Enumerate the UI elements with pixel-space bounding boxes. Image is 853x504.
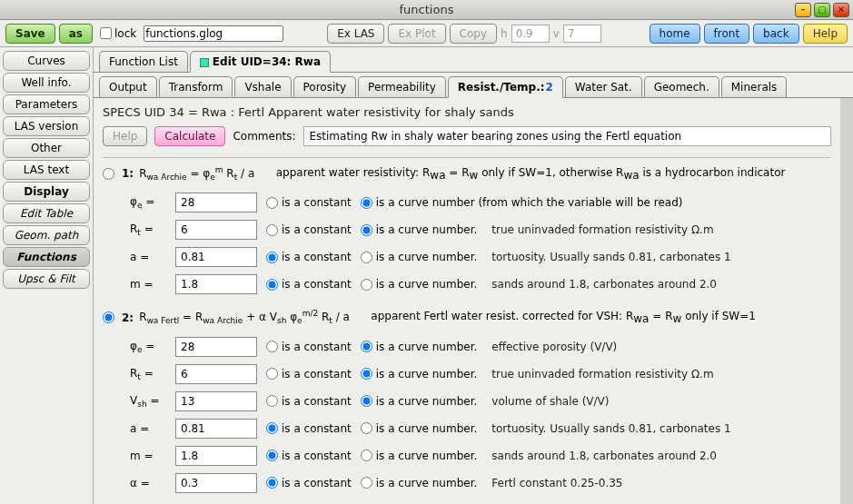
param1-a-curve[interactable]: is a curve number.	[361, 251, 478, 263]
param2-a-label: a =	[130, 422, 166, 435]
param1-phie-label: φe =	[130, 195, 166, 210]
titlebar: functions – ▢ ✕	[0, 0, 853, 20]
lock-checkbox[interactable]: lock	[100, 27, 136, 40]
param2-a-curve[interactable]: is a curve number.	[361, 422, 478, 435]
param2-m: m = is a constant is a curve number. san…	[130, 444, 831, 468]
param2-vsh-label: Vsh =	[130, 394, 166, 409]
param1-rt-input[interactable]	[175, 220, 257, 240]
comments-input[interactable]	[303, 126, 832, 146]
sidebar-item-lastext[interactable]: LAS text	[3, 160, 90, 180]
copy-button: Copy	[450, 24, 497, 44]
param1-rt-curve[interactable]: is a curve number.	[361, 223, 478, 236]
lock-checkbox-input[interactable]	[100, 27, 112, 39]
param1-phie-input[interactable]	[175, 193, 257, 212]
lock-label: lock	[114, 27, 136, 40]
param1-phie: φe = is a constant is a curve number (fr…	[130, 191, 831, 214]
h-spin[interactable]	[511, 25, 550, 43]
minimize-icon[interactable]: –	[795, 3, 811, 17]
param2-phie-desc: effective porosity (V/V)	[491, 341, 617, 353]
param2-rt: Rt = is a constant is a curve number. tr…	[130, 362, 831, 386]
tab-function-list[interactable]: Function List	[99, 51, 188, 72]
help-button[interactable]: Help	[803, 24, 848, 44]
tab-porosity[interactable]: Porosity	[293, 76, 357, 97]
sidebar-item-lasversion[interactable]: LAS version	[3, 116, 90, 136]
save-as-button[interactable]: as	[59, 24, 93, 44]
maximize-icon[interactable]: ▢	[814, 3, 830, 17]
sidebar-item-display[interactable]: Display	[3, 182, 90, 202]
tab-permeability[interactable]: Permeability	[358, 76, 446, 97]
param2-vsh-curve[interactable]: is a curve number.	[361, 395, 478, 408]
sidebar-item-upscfilt[interactable]: Upsc & Filt	[3, 269, 90, 289]
sidebar-item-wellinfo[interactable]: Well info.	[3, 73, 90, 93]
v-label: v	[553, 27, 560, 40]
param1-a-const[interactable]: is a constant	[266, 251, 352, 263]
param2-rt-input[interactable]	[175, 364, 257, 384]
toolbar: Save as lock Ex LAS Ex Plot Copy h v hom…	[0, 20, 853, 47]
param2-a-input[interactable]	[175, 419, 257, 439]
formula-1-radio[interactable]	[103, 168, 114, 180]
tab-transform[interactable]: Transform	[159, 76, 233, 97]
param2-alpha-curve[interactable]: is a curve number.	[361, 477, 478, 489]
calculate-button[interactable]: Calculate	[154, 126, 225, 146]
tab-vshale[interactable]: Vshale	[234, 76, 291, 97]
param1-a: a = is a constant is a curve number. tor…	[130, 245, 831, 269]
param2-alpha-input[interactable]	[175, 473, 257, 493]
formula-2-radio[interactable]	[103, 311, 114, 323]
param1-rt-label: Rt =	[130, 222, 166, 237]
param2-vsh-input[interactable]	[175, 391, 257, 411]
tab-minerals[interactable]: Minerals	[721, 76, 788, 97]
close-icon[interactable]: ✕	[833, 3, 849, 17]
param2-phie-curve[interactable]: is a curve number.	[361, 341, 478, 353]
sidebar-item-curves[interactable]: Curves	[3, 51, 90, 71]
tab-watersat[interactable]: Water Sat.	[565, 76, 642, 97]
formula-2-num: 2:	[122, 311, 134, 324]
sidebar-item-other[interactable]: Other	[3, 138, 90, 158]
filename-field[interactable]	[144, 25, 283, 42]
param1-m-label: m =	[130, 278, 166, 291]
param2-m-label: m =	[130, 450, 166, 462]
sidebar-item-functions[interactable]: Functions	[3, 247, 90, 267]
param1-phie-const[interactable]: is a constant	[266, 196, 352, 209]
param2-m-curve[interactable]: is a curve number.	[361, 450, 478, 462]
formula-1-desc: apparent water resistivity: Rwa = Rw onl…	[265, 166, 785, 182]
param1-rt-const[interactable]: is a constant	[266, 223, 352, 236]
sidebar-item-geompath[interactable]: Geom. path	[3, 225, 90, 245]
home-button[interactable]: home	[650, 24, 700, 44]
param1-m-input[interactable]	[175, 274, 257, 294]
param1-phie-curve[interactable]: is a curve number (from which the variab…	[361, 196, 683, 209]
param2-a-desc: tortuosity. Usually sands 0.81, carbonat…	[491, 422, 730, 435]
panel-help-button: Help	[103, 126, 147, 146]
param2-phie-const[interactable]: is a constant	[266, 341, 352, 353]
tabrow-sub: Output Transform Vshale Porosity Permeab…	[94, 73, 853, 98]
window-title: functions	[400, 3, 454, 16]
param2-a: a = is a constant is a curve number. tor…	[130, 417, 831, 440]
param2-m-input[interactable]	[175, 446, 257, 466]
param2-rt-const[interactable]: is a constant	[266, 368, 352, 380]
panel: SPECS UID 34 = Rwa : Fertl Apparent wate…	[94, 98, 853, 504]
param2-rt-curve[interactable]: is a curve number.	[361, 368, 478, 380]
tab-geomech[interactable]: Geomech.	[644, 76, 719, 97]
tab-output[interactable]: Output	[99, 76, 157, 97]
sidebar-item-edittable[interactable]: Edit Table	[3, 203, 90, 223]
param2-m-const[interactable]: is a constant	[266, 450, 352, 462]
param1-m-curve[interactable]: is a curve number.	[361, 278, 478, 291]
tab-edit-uid[interactable]: Edit UID=34: Rwa	[190, 51, 331, 73]
param2-vsh-const[interactable]: is a constant	[266, 395, 352, 408]
param2-a-const[interactable]: is a constant	[266, 422, 352, 435]
param2-rt-desc: true uninvaded formation resistivity Ω.m	[491, 368, 713, 380]
param1-m-const[interactable]: is a constant	[266, 278, 352, 291]
param2-phie-input[interactable]	[175, 337, 257, 357]
tabrow-top: Function List Edit UID=34: Rwa	[94, 47, 853, 73]
exlas-button[interactable]: Ex LAS	[327, 24, 384, 44]
back-button[interactable]: back	[753, 24, 799, 44]
v-spin[interactable]	[563, 25, 601, 43]
param2-rt-label: Rt =	[130, 367, 166, 381]
formula-1-equation: Rwa Archie = φem Rt / a	[139, 165, 254, 182]
front-button[interactable]: front	[704, 24, 750, 44]
sidebar-item-parameters[interactable]: Parameters	[3, 94, 90, 114]
param1-a-input[interactable]	[175, 247, 257, 267]
save-button[interactable]: Save	[5, 24, 55, 44]
tab-resist-temp[interactable]: Resist./Temp.:2	[448, 76, 563, 98]
h-label: h	[501, 27, 508, 40]
param2-alpha-const[interactable]: is a constant	[266, 477, 352, 489]
